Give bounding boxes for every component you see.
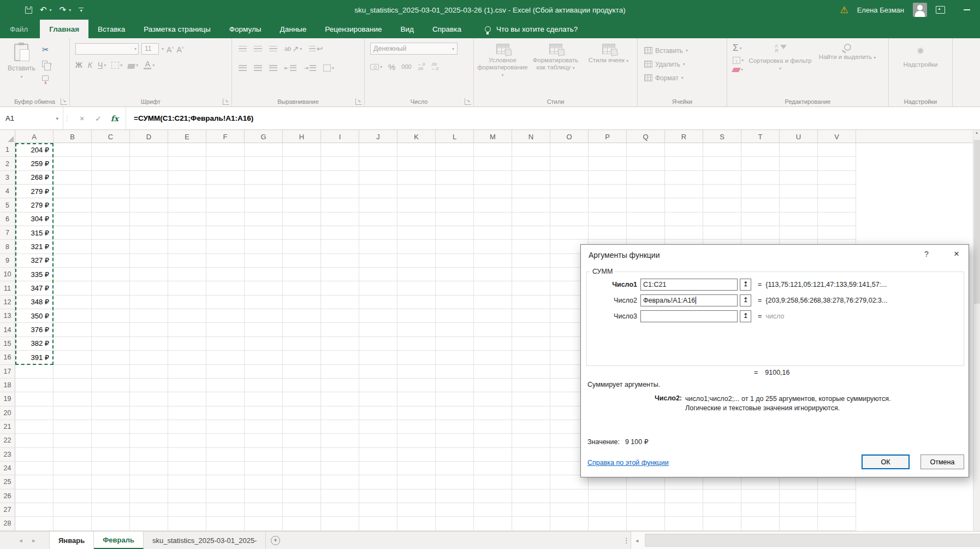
cell-K1[interactable] xyxy=(397,143,436,157)
cell-N12[interactable] xyxy=(512,296,550,309)
cell-I22[interactable] xyxy=(321,434,359,447)
cell-K8[interactable] xyxy=(397,240,436,253)
cell-I9[interactable] xyxy=(321,254,359,268)
column-header-L[interactable]: L xyxy=(436,130,474,143)
sheet-tab-january[interactable]: Январь xyxy=(49,532,94,549)
cell-D21[interactable] xyxy=(130,420,168,434)
cell-U28[interactable] xyxy=(780,517,818,530)
cell-D24[interactable] xyxy=(130,462,168,475)
addins-button[interactable]: Надстройки xyxy=(894,42,947,96)
cell-O3[interactable] xyxy=(550,171,589,185)
cell-H15[interactable] xyxy=(283,337,321,351)
cell-C21[interactable] xyxy=(92,420,130,434)
cell-M5[interactable] xyxy=(474,198,512,212)
cell-L10[interactable] xyxy=(436,268,474,281)
cell-T5[interactable] xyxy=(741,198,780,212)
cell-A7[interactable]: 315 ₽ xyxy=(15,226,54,240)
cell-P7[interactable] xyxy=(589,226,627,240)
cell-C14[interactable] xyxy=(92,323,130,337)
dialog-launcher-alignment-icon[interactable]: ↘ xyxy=(355,98,362,105)
cell-J26[interactable] xyxy=(359,489,397,503)
cell-L23[interactable] xyxy=(436,448,474,462)
cell-O5[interactable] xyxy=(550,198,589,212)
cell-R28[interactable] xyxy=(665,517,703,530)
cell-S25[interactable] xyxy=(703,475,741,489)
cell-O2[interactable] xyxy=(550,157,589,170)
cell-B11[interactable] xyxy=(54,281,92,295)
cell-B14[interactable] xyxy=(54,323,92,337)
cell-Q1[interactable] xyxy=(627,143,665,157)
cell-N10[interactable] xyxy=(512,268,550,281)
cell-G17[interactable] xyxy=(245,365,283,379)
cell-G6[interactable] xyxy=(245,212,283,226)
cell-F16[interactable] xyxy=(206,351,245,364)
tab-splitter-handle[interactable]: ⋮ xyxy=(622,532,631,549)
cell-M24[interactable] xyxy=(474,462,512,475)
cell-A9[interactable]: 327 ₽ xyxy=(15,254,54,268)
row-header-15[interactable]: 15 xyxy=(0,337,15,351)
number3-input[interactable] xyxy=(640,310,738,322)
cell-D26[interactable] xyxy=(130,489,168,503)
cell-N27[interactable] xyxy=(512,503,550,517)
cell-M28[interactable] xyxy=(474,517,512,530)
column-header-K[interactable]: K xyxy=(397,130,436,143)
select-all-corner[interactable] xyxy=(0,130,15,143)
cell-G19[interactable] xyxy=(245,392,283,406)
name-box-dropdown-icon[interactable]: ▾ xyxy=(56,116,58,121)
cell-N17[interactable] xyxy=(512,365,550,379)
cell-H11[interactable] xyxy=(283,281,321,295)
cell-T27[interactable] xyxy=(741,503,780,517)
cell-E13[interactable] xyxy=(168,309,206,323)
cell-E11[interactable] xyxy=(168,281,206,295)
cell-F23[interactable] xyxy=(206,448,245,462)
cell-I14[interactable] xyxy=(321,323,359,337)
cell-L18[interactable] xyxy=(436,379,474,392)
cell-I12[interactable] xyxy=(321,296,359,309)
cell-F11[interactable] xyxy=(206,281,245,295)
cell-C13[interactable] xyxy=(92,309,130,323)
cell-A3[interactable]: 268 ₽ xyxy=(15,171,54,185)
cell-K11[interactable] xyxy=(397,281,436,295)
cell-B8[interactable] xyxy=(54,240,92,253)
cell-E6[interactable] xyxy=(168,212,206,226)
cell-E7[interactable] xyxy=(168,226,206,240)
cell-M1[interactable] xyxy=(474,143,512,157)
merge-center-button[interactable]: ▾ xyxy=(323,64,334,72)
cell-F24[interactable] xyxy=(206,462,245,475)
cell-B25[interactable] xyxy=(54,475,92,489)
column-header-R[interactable]: R xyxy=(665,130,703,143)
cell-C24[interactable] xyxy=(92,462,130,475)
cell-J4[interactable] xyxy=(359,185,397,198)
column-header-N[interactable]: N xyxy=(512,130,550,143)
cell-S6[interactable] xyxy=(703,212,741,226)
cell-R27[interactable] xyxy=(665,503,703,517)
cell-C15[interactable] xyxy=(92,337,130,351)
cell-V7[interactable] xyxy=(818,226,856,240)
cell-N18[interactable] xyxy=(512,379,550,392)
cell-A13[interactable]: 350 ₽ xyxy=(15,309,54,323)
cell-J3[interactable] xyxy=(359,171,397,185)
cell-H27[interactable] xyxy=(283,503,321,517)
decrease-indent-button[interactable]: ⇤ xyxy=(284,65,296,71)
row-header-11[interactable]: 11 xyxy=(0,281,15,295)
cell-B2[interactable] xyxy=(54,157,92,170)
cell-E21[interactable] xyxy=(168,420,206,434)
cell-N19[interactable] xyxy=(512,392,550,406)
cell-G15[interactable] xyxy=(245,337,283,351)
cell-D4[interactable] xyxy=(130,185,168,198)
cell-E9[interactable] xyxy=(168,254,206,268)
cell-I1[interactable] xyxy=(321,143,359,157)
cell-L24[interactable] xyxy=(436,462,474,475)
cell-M12[interactable] xyxy=(474,296,512,309)
cell-D27[interactable] xyxy=(130,503,168,517)
cell-E28[interactable] xyxy=(168,517,206,530)
cell-M4[interactable] xyxy=(474,185,512,198)
cell-A4[interactable]: 279 ₽ xyxy=(15,185,54,198)
cell-D1[interactable] xyxy=(130,143,168,157)
cell-R6[interactable] xyxy=(665,212,703,226)
cell-I15[interactable] xyxy=(321,337,359,351)
row-header-19[interactable]: 19 xyxy=(0,392,15,406)
cell-F25[interactable] xyxy=(206,475,245,489)
cell-B27[interactable] xyxy=(54,503,92,517)
cell-E4[interactable] xyxy=(168,185,206,198)
